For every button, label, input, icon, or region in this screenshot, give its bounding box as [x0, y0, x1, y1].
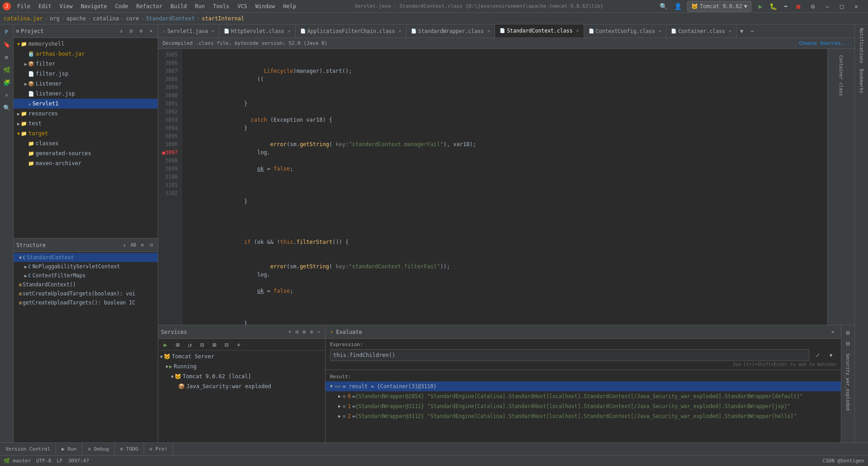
- service-add[interactable]: +: [233, 339, 244, 350]
- tree-listener[interactable]: ▶ 📦 Listener: [14, 79, 158, 89]
- tab-standardcontext[interactable]: 📄 StandardContext.class ✕: [495, 24, 584, 38]
- tab-close-appfilterchain[interactable]: ✕: [399, 29, 401, 33]
- plugins-icon[interactable]: 🧩: [1, 77, 12, 88]
- tree-arthas[interactable]: 🫙 arthas-boot.jar: [14, 49, 158, 59]
- tree-memoryshell[interactable]: ▼ 📁 memoryshell: [14, 39, 158, 49]
- tab-run[interactable]: ▶ Run: [56, 443, 82, 456]
- structure-icon[interactable]: ≡: [1, 52, 12, 62]
- code-content[interactable]: ((Lifecycle)manager).start(); } } catch …: [182, 49, 827, 325]
- result-row-0[interactable]: ▶ ≡ 0 = {StandardWrapper@2854} "Standard…: [326, 391, 841, 401]
- settings-eval-icon[interactable]: ⚙: [843, 327, 854, 338]
- tab-httpservlet[interactable]: 📄 HttpServlet.class ✕: [219, 24, 296, 38]
- breadcrumb-startinternal[interactable]: startInternal: [202, 15, 244, 22]
- tab-close-standardwrapper[interactable]: ✕: [487, 29, 490, 33]
- collapse-service-icon[interactable]: ⊟: [293, 328, 301, 336]
- result-header-row[interactable]: ▼ ∞∞ ∞ result = {Container[3]@3110}: [326, 381, 841, 391]
- gear-eval-icon[interactable]: ⊟: [843, 338, 854, 349]
- services-icon[interactable]: ⚡: [1, 90, 12, 100]
- tab-appfilterchain[interactable]: 📄 ApplicationFilterChain.class ✕: [296, 24, 406, 38]
- struct-noplug[interactable]: ▶ C NoPluggabilityServletContext: [14, 262, 158, 271]
- breadcrumb-standardcontext[interactable]: StandardContext: [146, 15, 195, 22]
- settings-panel-icon[interactable]: ⚙: [137, 27, 145, 35]
- bookmarks-label[interactable]: Bookmarks: [858, 67, 865, 95]
- more-service-icon[interactable]: ⋯: [315, 328, 322, 336]
- result-row-1[interactable]: ▶ ≡ 1 = {StandardWrapper@3111} "Standard…: [326, 401, 841, 411]
- tab-standardwrapper[interactable]: 📄 StandardWrapper.class ✕: [406, 24, 495, 38]
- find-icon[interactable]: 🔍: [1, 102, 12, 113]
- service-filter[interactable]: ⊞: [209, 339, 220, 350]
- tabs-overflow[interactable]: ▼: [736, 28, 747, 34]
- struct-getcreate[interactable]: m getCreateUploadTargets(): boolean IC: [14, 298, 158, 307]
- tab-close-servlet1[interactable]: ✕: [212, 29, 214, 33]
- menu-file[interactable]: File: [14, 2, 34, 10]
- service-tomcat-server[interactable]: ▼ 🐱 Tomcat Server: [158, 352, 325, 361]
- struct-constructor[interactable]: m StandardContext(): [14, 280, 158, 289]
- menu-run[interactable]: Run: [191, 2, 208, 10]
- result-row-2[interactable]: ▶ ≡ 2 = {StandardWrapper@3112} "Standard…: [326, 411, 841, 421]
- debug-button[interactable]: 🐛: [768, 1, 778, 12]
- git-icon[interactable]: 🌿: [1, 64, 12, 75]
- history-dropdown[interactable]: ▼: [826, 350, 836, 361]
- run-button[interactable]: ▶: [755, 1, 766, 12]
- tab-debug[interactable]: ⊙ Debug: [82, 443, 114, 456]
- tree-filter-jsp[interactable]: 📄 filter.jsp: [14, 69, 158, 79]
- struct-icon2[interactable]: ⊟: [148, 242, 155, 249]
- menu-window[interactable]: Window: [252, 2, 278, 10]
- expression-input[interactable]: [330, 349, 809, 361]
- tab-servlet1[interactable]: ☕ Servlet1.java ✕: [158, 24, 219, 38]
- service-running[interactable]: ▼ ▶ Running: [158, 361, 325, 371]
- menu-view[interactable]: View: [56, 2, 76, 10]
- tree-maven[interactable]: 📁 maven-archiver: [14, 158, 158, 168]
- notification-label[interactable]: Notifications: [858, 26, 865, 65]
- sort-icon[interactable]: ↕: [117, 27, 125, 35]
- tab-container[interactable]: 📄 Container.class ✕: [666, 24, 736, 38]
- coverage-button[interactable]: ☂: [780, 1, 791, 12]
- maximize-button[interactable]: □: [836, 1, 847, 12]
- add-service-icon[interactable]: +: [286, 328, 293, 336]
- breadcrumb-core[interactable]: core: [126, 15, 139, 22]
- settings-icon[interactable]: ⚙: [807, 1, 818, 12]
- service-expand[interactable]: ⊟: [221, 339, 232, 350]
- menu-refactor[interactable]: Refactor: [132, 2, 166, 10]
- tab-pro[interactable]: ⊙ Pro!: [144, 443, 174, 456]
- tab-contextconfig[interactable]: 📄 ContextConfig.class ✕: [584, 24, 667, 38]
- tree-test[interactable]: ▶ 📁 test: [14, 119, 158, 128]
- menu-vcs[interactable]: VCS: [234, 2, 251, 10]
- service-group[interactable]: ⊟: [197, 339, 208, 350]
- tab-close-standardcontext[interactable]: ✕: [576, 28, 579, 33]
- filter-service-icon[interactable]: ⊞: [301, 328, 308, 336]
- service-java-security[interactable]: 📦 Java_Security:war exploded: [158, 381, 325, 391]
- tree-classes[interactable]: 📁 classes: [14, 138, 158, 148]
- tab-version-control[interactable]: Version Control: [0, 443, 56, 456]
- breadcrumb-apache[interactable]: apache: [66, 15, 86, 22]
- stop-button[interactable]: ■: [793, 1, 804, 12]
- menu-build[interactable]: Build: [167, 2, 190, 10]
- struct-contextfilter[interactable]: ▶ C ContextFilterMaps: [14, 271, 158, 280]
- project-icon[interactable]: P: [1, 26, 12, 37]
- menu-navigate[interactable]: Navigate: [77, 2, 111, 10]
- tab-todo[interactable]: ≡ TODO: [115, 443, 144, 456]
- tab-close-contextconfig[interactable]: ✕: [659, 29, 661, 33]
- tomcat-selector[interactable]: 🐱 Tomcat 9.0.62 ▼: [687, 1, 751, 12]
- breadcrumb-org[interactable]: org: [50, 15, 60, 22]
- service-stop[interactable]: ⊞: [172, 339, 183, 350]
- struct-standardcontext[interactable]: ▼ C StandardContext: [14, 253, 158, 262]
- evaluate-close[interactable]: ✕: [829, 328, 836, 336]
- tree-filter[interactable]: ▶ 📦 filter: [14, 59, 158, 69]
- struct-setcreate[interactable]: m setCreateUploadTargets(boolean): voi: [14, 289, 158, 298]
- tree-listener-jsp[interactable]: 📄 listener.jsp: [14, 89, 158, 99]
- menu-edit[interactable]: Edit: [35, 2, 55, 10]
- breadcrumb-catalina2[interactable]: catalina: [93, 15, 119, 22]
- service-start[interactable]: ▶: [160, 339, 171, 350]
- settings-service-icon[interactable]: ⚙: [308, 328, 315, 336]
- close-panel-icon[interactable]: ✕: [147, 27, 155, 35]
- tabs-more[interactable]: ⋯: [747, 28, 757, 34]
- tab-close-container[interactable]: ✕: [729, 29, 731, 33]
- menu-help[interactable]: Help: [279, 2, 300, 10]
- minimize-button[interactable]: —: [822, 1, 833, 12]
- struct-icon1[interactable]: ⚙: [139, 242, 146, 249]
- struct-sort1[interactable]: ↕: [121, 242, 128, 249]
- search-icon[interactable]: 🔍: [658, 1, 669, 12]
- tree-servlet1[interactable]: ☕ Servlet1: [14, 99, 158, 109]
- expand-icon-btn[interactable]: ⤢: [812, 350, 823, 361]
